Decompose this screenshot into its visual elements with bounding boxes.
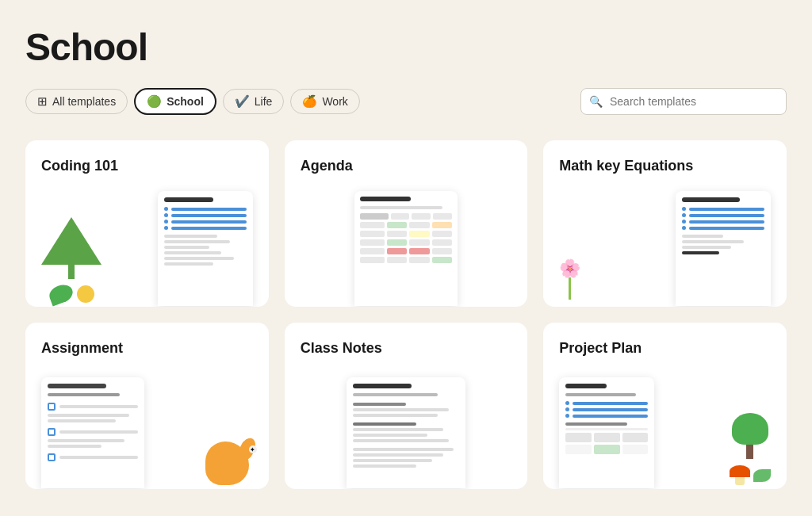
assignment-title: Assignment [41,340,253,357]
class-notes-doc-preview [347,377,465,488]
work-filter-label: Work [322,95,347,108]
agenda-doc-preview [354,191,458,306]
all-templates-label: All templates [52,95,116,108]
template-card-class-notes[interactable]: Class Notes [285,323,528,489]
math-doc-preview [676,191,771,306]
search-icon: 🔍 [589,95,603,108]
life-filter-label: Life [255,95,273,108]
filter-work[interactable]: 🍊 Work [290,89,359,114]
project-plan-title: Project Plan [559,340,771,357]
template-card-math[interactable]: Math key Equations 🌸 [543,140,787,307]
tree-illustration [41,217,102,279]
agenda-title: Agenda [301,158,512,174]
template-card-agenda[interactable]: Agenda [285,140,528,307]
assignment-content: ✦ [41,369,253,488]
search-container: 🔍 [580,88,787,115]
class-notes-content [301,369,512,488]
filter-all-templates[interactable]: ⊞ All templates [25,89,128,114]
filter-bar: ⊞ All templates 🟢 School ✔️ Life 🍊 Work … [25,88,787,115]
coding-101-content [41,187,253,306]
school-filter-label: School [167,95,204,108]
work-icon: 🍊 [302,94,317,109]
filter-school[interactable]: 🟢 School [134,88,216,115]
agenda-content [301,187,512,306]
assignment-doc-preview [41,377,144,488]
template-card-project-plan[interactable]: Project Plan [543,323,787,489]
project-doc-preview [559,377,654,488]
all-templates-icon: ⊞ [37,94,48,109]
math-title: Math key Equations [559,158,771,174]
project-plan-content [559,369,771,488]
class-notes-title: Class Notes [301,340,512,357]
coding-101-title: Coding 101 [41,158,253,174]
school-icon: 🟢 [147,94,162,109]
templates-grid: Coding 101 [25,140,787,489]
leaf-decoration [47,282,75,307]
page-title: School [25,25,787,69]
life-icon: ✔️ [235,94,250,109]
template-card-coding-101[interactable]: Coding 101 [25,140,269,307]
flower-decoration [77,285,94,303]
math-content: 🌸 [559,187,771,306]
flower-decoration: 🌸 [559,260,580,277]
template-card-assignment[interactable]: Assignment [25,323,269,489]
coding-101-doc-preview [158,191,253,306]
search-input[interactable] [580,88,787,115]
filter-life[interactable]: ✔️ Life [223,89,285,114]
